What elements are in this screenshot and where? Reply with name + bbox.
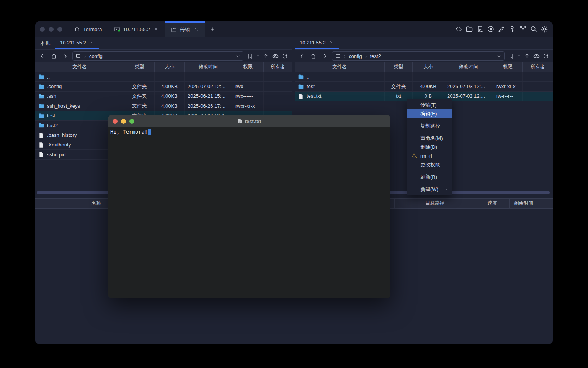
bookmark-dropdown-icon[interactable] (256, 54, 260, 58)
titlebar-toolbar (455, 21, 548, 37)
file-row-.ssh[interactable]: .ssh文件夹4.00KB2025-06-21 15:...rwx------ (35, 92, 292, 101)
record-button[interactable] (487, 25, 495, 33)
left-path-combobox[interactable]: config (72, 51, 243, 61)
right-panel-tab-10.211.55.2[interactable]: 10.211.55.2 (295, 37, 339, 49)
column-header-类型[interactable]: 类型 (124, 62, 155, 72)
event-log-button[interactable] (476, 25, 484, 33)
bookmark-button[interactable] (508, 53, 514, 59)
column-header-文件名[interactable]: 文件名 (35, 62, 124, 72)
column-header-label: 权限 (243, 64, 253, 70)
column-header-大小[interactable]: 大小 (413, 62, 444, 72)
column-header-修改时间[interactable]: 修改时间 (444, 62, 493, 72)
show-hidden-files-button[interactable] (272, 53, 279, 60)
home-button[interactable] (309, 51, 318, 61)
key-button[interactable] (508, 25, 516, 33)
file-row-ssh_host_keys[interactable]: ssh_host_keys文件夹4.00KB2025-06-26 17:...r… (35, 101, 292, 111)
file-row-test[interactable]: test文件夹4.00KB2025-07-03 12:...rwxr-xr-x (295, 82, 553, 91)
breadcrumb-separator-icon (83, 54, 87, 58)
chevron-down-icon (497, 54, 501, 59)
minimize-window-button[interactable] (49, 27, 54, 32)
editor-zoom-button[interactable] (129, 119, 134, 124)
document-icon (237, 118, 243, 124)
right-path-combobox[interactable]: configtest2 (332, 51, 505, 61)
file-row-..[interactable]: .. (35, 72, 292, 82)
file-name-label: test (307, 84, 315, 89)
menu-item-删除(D)[interactable]: 删除(D) (407, 143, 452, 151)
close-tab-icon[interactable] (153, 26, 159, 32)
file-permissions-cell: rwx------ (232, 82, 264, 91)
main-tab-传输[interactable]: 传输 (165, 21, 205, 37)
editor-minimize-button[interactable] (121, 119, 126, 124)
transfer-column-speed[interactable]: 速度 (475, 199, 510, 208)
forward-button[interactable] (60, 51, 69, 61)
column-header-大小[interactable]: 大小 (155, 62, 185, 72)
breadcrumb-separator-icon (364, 54, 368, 58)
main-tab-Termora[interactable]: Termora (68, 21, 108, 37)
caret-down-icon (256, 54, 260, 58)
column-header-修改时间[interactable]: 修改时间 (185, 62, 232, 72)
up-directory-button[interactable] (263, 53, 269, 59)
edit-button[interactable] (498, 25, 505, 33)
home-button[interactable] (49, 51, 58, 61)
column-header-类型[interactable]: 类型 (385, 62, 413, 72)
new-panel-tab-button[interactable] (99, 37, 113, 49)
bookmark-button[interactable] (247, 53, 253, 59)
file-row-..[interactable]: .. (295, 72, 553, 82)
code-button[interactable] (455, 25, 462, 33)
file-row-.config[interactable]: .config文件夹4.00KB2025-07-02 12:...rwx----… (35, 82, 292, 91)
panel-tab-label: 本机 (40, 40, 50, 47)
close-tab-icon[interactable] (328, 40, 334, 45)
menu-item-rm -rf[interactable]: rm -rf (407, 151, 452, 160)
bookmark-dropdown-icon[interactable] (517, 54, 521, 58)
chevron-down-icon (235, 54, 240, 59)
menu-item-编辑(E)[interactable]: 编辑(E) (407, 109, 452, 118)
menu-item-刷新(R)[interactable]: 刷新(R) (407, 172, 452, 181)
column-header-权限[interactable]: 权限 (232, 62, 264, 72)
editor-content[interactable]: Hi, Termora! (108, 127, 390, 298)
refresh-button[interactable] (543, 53, 549, 59)
editor-window-controls[interactable] (113, 119, 134, 124)
show-hidden-files-button[interactable] (533, 53, 540, 60)
menu-item-label: 编辑(E) (420, 110, 437, 117)
up-directory-button[interactable] (524, 53, 530, 59)
editor-close-button[interactable] (113, 119, 118, 124)
menu-item-传输(T)[interactable]: 传输(T) (407, 100, 452, 109)
forward-button[interactable] (319, 51, 328, 61)
new-panel-tab-button[interactable] (339, 37, 353, 49)
context-menu: 传输(T)编辑(E)复制路径重命名(M)删除(D)rm -rf更改权限...刷新… (407, 99, 452, 196)
submenu-arrow-icon (444, 187, 449, 192)
transfer-column-target[interactable]: 目标路径 (395, 199, 475, 208)
maximize-window-button[interactable] (57, 27, 62, 32)
menu-item-新建(W)[interactable]: 新建(W) (407, 185, 452, 194)
cell-value: 2025-07-03 12:... (447, 84, 485, 89)
file-size-cell: 4.00KB (155, 92, 185, 101)
left-panel-tab-10.211.55.2[interactable]: 10.211.55.2 (55, 37, 99, 49)
close-tab-icon[interactable] (193, 27, 199, 33)
main-tab-10.211.55.2[interactable]: 10.211.55.2 (108, 21, 165, 37)
home-icon (74, 26, 80, 32)
column-header-权限[interactable]: 权限 (493, 62, 523, 72)
column-header-文件名[interactable]: 文件名 (295, 62, 385, 72)
close-tab-icon[interactable] (89, 40, 94, 45)
forward-arrow-icon (61, 53, 68, 59)
transfer-column-remaining[interactable]: 剩余时间 (510, 199, 538, 208)
file-name-label: test.txt (307, 93, 321, 99)
left-panel-tab-本机[interactable]: 本机 (35, 37, 55, 49)
menu-item-更改权限...[interactable]: 更改权限... (407, 160, 452, 169)
refresh-button[interactable] (282, 53, 288, 59)
menu-item-重命名(M)[interactable]: 重命名(M) (407, 134, 452, 143)
close-window-button[interactable] (40, 27, 45, 32)
settings-button[interactable] (541, 25, 548, 33)
column-header-label: 文件名 (72, 64, 87, 70)
menu-item-复制路径[interactable]: 复制路径 (407, 122, 452, 130)
window-controls[interactable] (40, 27, 62, 32)
column-header-所有者[interactable]: 所有者 (264, 62, 292, 72)
folder-outline-button[interactable] (466, 25, 473, 33)
file-permissions-cell: rwxr-xr-x (493, 82, 523, 91)
back-button[interactable] (298, 51, 307, 61)
column-header-所有者[interactable]: 所有者 (523, 62, 553, 72)
new-tab-button[interactable] (205, 21, 220, 37)
search-button[interactable] (530, 25, 537, 33)
keychain-button[interactable] (519, 25, 527, 33)
back-button[interactable] (38, 51, 47, 61)
